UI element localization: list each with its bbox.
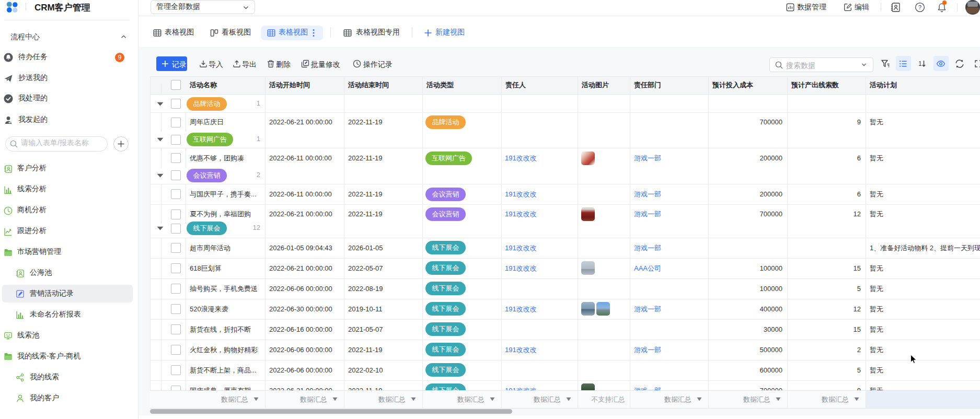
svg-text:?: ? bbox=[918, 4, 921, 10]
svg-text:1: 1 bbox=[918, 60, 922, 67]
